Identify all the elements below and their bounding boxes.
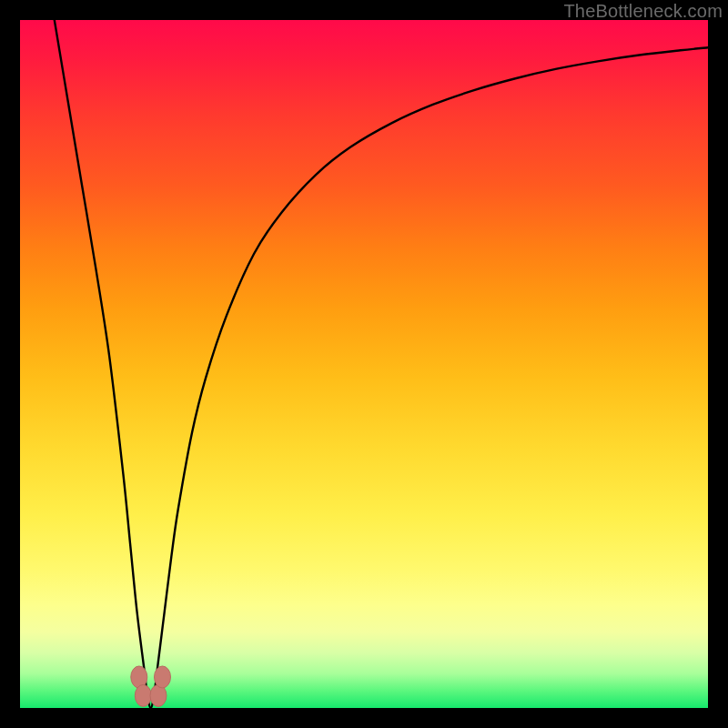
bottleneck-curve [55, 20, 708, 708]
chart-frame: TheBottleneck.com [0, 0, 728, 728]
curve-marker [154, 666, 170, 688]
watermark-text: TheBottleneck.com [563, 1, 723, 22]
chart-svg [20, 20, 708, 708]
plot-area [20, 20, 708, 708]
curve-marker [135, 684, 151, 706]
